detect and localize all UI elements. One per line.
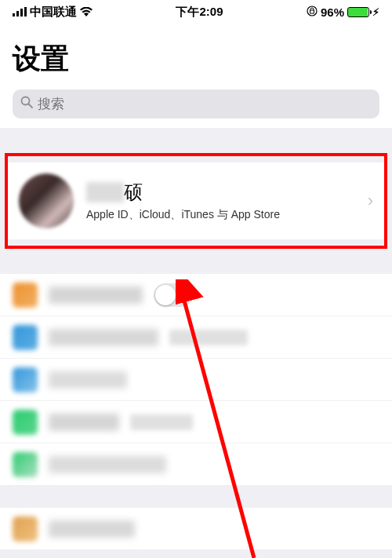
search-input[interactable] <box>38 97 372 112</box>
svg-rect-0 <box>13 13 15 16</box>
status-left: 中国联通 <box>13 5 93 20</box>
list-value <box>130 414 193 430</box>
orientation-lock-icon <box>307 5 318 19</box>
svg-line-6 <box>29 104 33 108</box>
list-item[interactable] <box>0 443 392 486</box>
profile-name-visible: 硕 <box>124 180 143 205</box>
profile-section: 硕 Apple ID、iCloud、iTunes 与 App Store › <box>0 156 392 246</box>
settings-icon <box>13 367 38 392</box>
settings-list-2 <box>0 508 392 550</box>
charging-icon: ⚡︎ <box>372 6 379 18</box>
search-bar[interactable] <box>13 89 379 119</box>
list-item[interactable] <box>0 401 392 443</box>
profile-text: 硕 Apple ID、iCloud、iTunes 与 App Store <box>86 180 355 222</box>
status-bar: 中国联通 下午2:09 96% ⚡︎ <box>0 0 392 24</box>
svg-rect-1 <box>16 11 19 16</box>
list-value <box>169 330 248 345</box>
carrier-label: 中国联通 <box>30 5 77 20</box>
list-label <box>49 371 127 388</box>
svg-rect-3 <box>24 7 27 16</box>
search-icon <box>20 96 33 112</box>
wifi-icon <box>80 5 93 19</box>
list-item[interactable] <box>0 359 392 401</box>
header: 设置 <box>0 24 392 128</box>
battery-percent: 96% <box>321 5 344 19</box>
list-label <box>49 414 119 431</box>
list-label <box>49 286 143 304</box>
list-label <box>49 520 135 538</box>
battery-icon <box>347 7 369 17</box>
apple-id-row[interactable]: 硕 Apple ID、iCloud、iTunes 与 App Store › <box>6 162 386 239</box>
list-item[interactable] <box>0 274 392 316</box>
toggle-switch[interactable] <box>154 283 193 307</box>
settings-icon <box>13 325 38 350</box>
profile-subtitle: Apple ID、iCloud、iTunes 与 App Store <box>86 208 355 222</box>
list-item[interactable] <box>0 316 392 359</box>
settings-icon <box>13 410 38 435</box>
settings-icon <box>13 516 38 542</box>
avatar <box>19 173 74 228</box>
list-label <box>49 329 158 346</box>
status-right: 96% ⚡︎ <box>307 5 379 19</box>
list-label <box>49 456 166 473</box>
settings-list <box>0 274 392 486</box>
profile-name: 硕 <box>86 180 355 205</box>
chevron-right-icon: › <box>368 191 373 211</box>
svg-rect-2 <box>20 9 23 16</box>
settings-icon <box>13 283 38 308</box>
page-title: 设置 <box>13 40 379 78</box>
list-item[interactable] <box>0 508 392 550</box>
status-time: 下午2:09 <box>176 5 223 20</box>
signal-icon <box>13 5 27 19</box>
settings-icon <box>13 452 38 477</box>
